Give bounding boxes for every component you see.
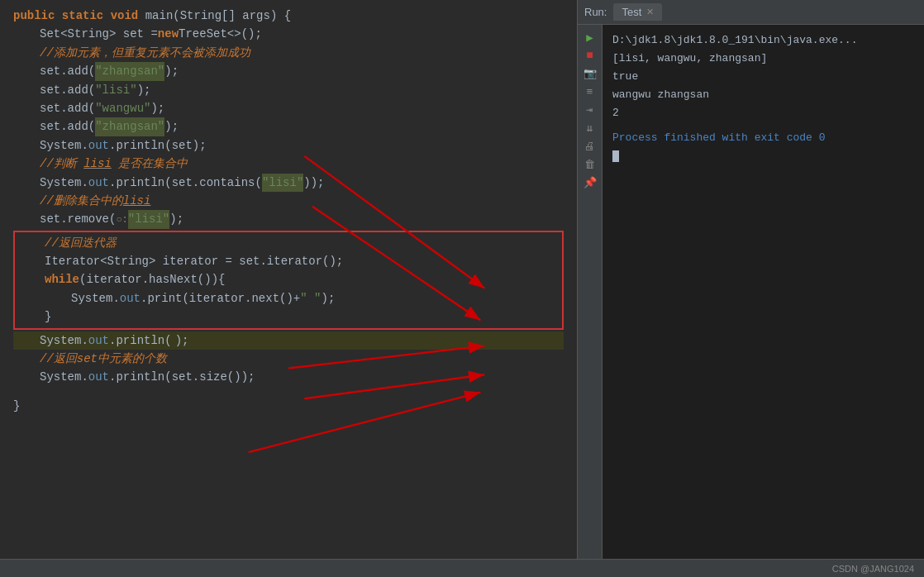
method-main: main (145, 7, 174, 25)
println-close: ); (175, 331, 189, 350)
out-3: out (120, 289, 141, 308)
run-toolbar: ▶ ■ 📷 ≡ ⇥ ⇊ 🖨 🗑 📌 (578, 25, 603, 559)
keyword-public: public (13, 7, 55, 25)
set-add-1: set.add( (40, 62, 95, 80)
code-line: set.add("zhangsan"); (13, 117, 564, 136)
string-zhangsan-1: "zhangsan" (95, 62, 164, 80)
iterator-block: //返回迭代器 Iterator<String> iterator = set.… (13, 231, 564, 330)
comment-add: //添加元素，但重复元素不会被添加成功 (40, 44, 250, 62)
code-line: Set<String> set = new TreeSet<>(); (13, 25, 564, 43)
credit-text: CSDN @JANG1024 (832, 564, 914, 574)
string-lisi-contains: "lisi" (262, 174, 303, 192)
run-output-line-2: true (612, 68, 914, 86)
string-space: " " (300, 289, 321, 308)
while-cond: (iterator.hasNext()){ (79, 270, 225, 288)
remove-end: ); (169, 210, 183, 228)
stop-button[interactable]: ■ (583, 48, 598, 63)
code-line: Iterator<String> iterator = set.iterator… (18, 252, 559, 270)
set-remove: set.remove( (40, 210, 116, 228)
run-panel: Run: Test ✕ ▶ ■ 📷 ≡ ⇥ ⇊ 🖨 🗑 📌 (577, 0, 924, 559)
size-call: .println(set.size()); (109, 368, 255, 386)
run-label: Run: (584, 6, 607, 18)
code-line: System.out.println(set.size()); (13, 368, 564, 386)
param-hint: ○: (116, 212, 127, 228)
out-2: out (88, 174, 109, 192)
run-output-line-3: wangwu zhangsan (612, 86, 914, 104)
punct: ); (164, 62, 179, 80)
println-empty-2: .println( (109, 331, 172, 350)
out-1: out (88, 136, 109, 155)
code-line-comment: //添加元素，但重复元素不会被添加成功 (13, 44, 564, 62)
camera-icon[interactable]: 📷 (583, 66, 598, 81)
wrap-icon[interactable]: ≡ (583, 84, 598, 99)
code-line-closing: } (13, 397, 564, 415)
run-cursor (612, 150, 619, 162)
pin2-icon[interactable]: 📌 (583, 175, 598, 190)
keyword-new: new (158, 25, 179, 43)
run-content: D:\jdk1.8\jdk1.8.0_191\bin\java.exe... [… (603, 25, 924, 559)
bottom-bar: CSDN @JANG1024 (0, 559, 924, 577)
print-icon[interactable]: 🖨 (583, 139, 598, 154)
set-add-wangwu: set.add( (40, 99, 95, 117)
treeset: TreeSet<>(); (179, 25, 262, 43)
out-4: out (88, 331, 109, 350)
main-container: public static void main (String[] args) … (0, 0, 924, 559)
print-method: .print(iterator.next()+ (141, 289, 300, 308)
punct: ); (164, 117, 179, 136)
print-next: System. (71, 289, 120, 308)
string-wangwu: "wangwu" (95, 99, 150, 117)
iterator-decl: Iterator<String> iterator = set.iterator… (45, 252, 343, 270)
set-add-2: set.add( (40, 117, 95, 136)
comment-delete: //删除集合中的lisi (40, 192, 150, 210)
code-line: set.add("lisi"); (13, 81, 564, 99)
comment-lisi: //判断 lisi 是否在集合中 (40, 155, 188, 173)
run-tab-name: Test (622, 6, 641, 18)
contains: .println(set.contains( (109, 174, 262, 192)
code-line-comment: //返回迭代器 (18, 234, 559, 252)
code-line: set.remove(○: "lisi"); (13, 210, 564, 228)
println-set: System. (40, 136, 88, 155)
set-add-lisi: set.add( (40, 81, 95, 99)
string-zhangsan-2: "zhangsan" (95, 117, 164, 136)
scroll-down-icon[interactable]: ⇊ (583, 121, 598, 136)
code-line: set.add("wangwu"); (13, 99, 564, 117)
params: (String[] args) { (173, 7, 291, 25)
print-end: ); (321, 289, 335, 308)
keyword-while: while (45, 270, 79, 288)
code-line: System.out.println(set.contains("lisi"))… (13, 174, 564, 192)
run-path: D:\jdk1.8\jdk1.8.0_191\bin\java.exe... (612, 31, 914, 50)
code-line: public static void main (String[] args) … (13, 7, 564, 25)
type-set: Set<String> set = (40, 25, 158, 43)
string-lisi-remove: "lisi" (128, 210, 169, 228)
closing-brace: } (13, 397, 20, 415)
code-line: System.out.print(iterator.next()+" "); (18, 289, 559, 308)
code-line-comment: //删除集合中的lisi (13, 192, 564, 210)
run-body: ▶ ■ 📷 ≡ ⇥ ⇊ 🖨 🗑 📌 D:\jdk1.8\jdk1.8.0_191… (578, 25, 924, 559)
contains-end: )); (303, 174, 324, 192)
out-5: out (88, 368, 109, 386)
keyword-void: void (111, 7, 139, 25)
code-line-comment: //判断 lisi 是否在集合中 (13, 155, 564, 173)
println-1: .println(set); (109, 136, 207, 155)
pin-icon[interactable]: ⇥ (583, 103, 598, 117)
code-line: System.out.println(set); (13, 136, 564, 155)
comment-size: //返回set中元素的个数 (40, 350, 167, 368)
punct: ); (137, 81, 151, 99)
run-cursor-line (612, 148, 914, 166)
run-output-line-1: [lisi, wangwu, zhangsan] (612, 50, 914, 68)
comment-iterator: //返回迭代器 (45, 234, 117, 252)
code-editor: public static void main (String[] args) … (0, 0, 577, 559)
keyword-static: static (62, 7, 103, 25)
run-header: Run: Test ✕ (578, 0, 924, 25)
code-line-highlight: System.out.println(); (13, 331, 564, 350)
play-button[interactable]: ▶ (583, 30, 598, 45)
run-tab[interactable]: Test ✕ (613, 3, 662, 21)
code-line: set.add("zhangsan"); (13, 62, 564, 80)
delete-icon[interactable]: 🗑 (583, 157, 598, 172)
run-tab-close[interactable]: ✕ (646, 7, 654, 17)
run-output-line-4: 2 (612, 104, 914, 122)
code-line: } (18, 308, 559, 326)
println-size: System. (40, 368, 88, 386)
run-process-line: Process finished with exit code 0 (612, 129, 914, 147)
while-close: } (45, 308, 51, 326)
